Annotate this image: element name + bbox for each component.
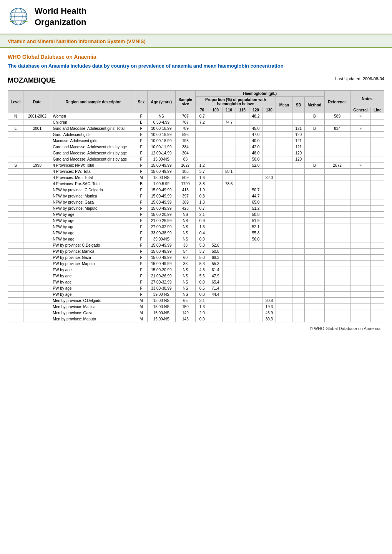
cell bbox=[350, 255, 371, 261]
cell bbox=[304, 150, 324, 156]
cell bbox=[276, 224, 292, 230]
cell bbox=[249, 255, 262, 261]
cell: 15.00-20.99 bbox=[147, 212, 175, 218]
cell bbox=[262, 261, 276, 267]
table-row: NPW by province: C.DelgadoF15.00-49.9941… bbox=[8, 187, 384, 193]
cell: 10.00-18.99 bbox=[147, 126, 175, 132]
cell: 15.00-49.99 bbox=[147, 249, 175, 255]
cell: F bbox=[135, 138, 147, 144]
cell: M bbox=[135, 304, 147, 310]
table-row: Men by province: C.DelgadoM15.00-NS653.1… bbox=[8, 298, 384, 304]
cell: 15.00-NS bbox=[147, 175, 175, 181]
cell bbox=[249, 242, 262, 249]
cell bbox=[23, 187, 51, 193]
cell bbox=[236, 304, 249, 310]
country-header: MOZAMBIQUE Last Updated: 2006-08-04 bbox=[8, 76, 384, 85]
cell: 48.0 bbox=[249, 150, 262, 156]
cell bbox=[249, 181, 262, 187]
cell: 33.00-38.99 bbox=[147, 230, 175, 236]
cell: Children bbox=[51, 119, 135, 126]
cell bbox=[292, 279, 304, 285]
cell: 10.00-11.99 bbox=[147, 144, 175, 150]
cell bbox=[209, 169, 222, 175]
cell: 27.00-32.99 bbox=[147, 279, 175, 285]
cell bbox=[324, 267, 350, 273]
cell: 145 bbox=[175, 316, 195, 322]
cell bbox=[350, 193, 371, 199]
cell bbox=[324, 249, 350, 255]
cell bbox=[276, 218, 292, 224]
cell bbox=[324, 119, 350, 126]
cell bbox=[324, 175, 350, 181]
cell bbox=[304, 298, 324, 304]
cell bbox=[222, 212, 236, 218]
cell bbox=[209, 236, 222, 242]
cell bbox=[8, 181, 23, 187]
cell bbox=[262, 150, 276, 156]
cell bbox=[8, 119, 23, 126]
cell: 74.7 bbox=[222, 119, 236, 126]
cell bbox=[292, 255, 304, 261]
cell bbox=[249, 273, 262, 279]
cell bbox=[209, 119, 222, 126]
cell bbox=[371, 156, 384, 163]
cell: 15.00-49.99 bbox=[147, 255, 175, 261]
cell bbox=[276, 267, 292, 273]
table-row: Men by province: GazaM15.00-NS1492.046.9 bbox=[8, 310, 384, 316]
cell bbox=[209, 304, 222, 310]
cell bbox=[350, 150, 371, 156]
cell bbox=[249, 261, 262, 267]
cell: NS bbox=[175, 236, 195, 242]
cell bbox=[324, 218, 350, 224]
cell bbox=[304, 193, 324, 199]
cell: NS bbox=[175, 273, 195, 279]
cell bbox=[222, 292, 236, 298]
cell: F bbox=[135, 206, 147, 212]
cell: S bbox=[8, 163, 23, 169]
cell bbox=[350, 132, 371, 138]
cell bbox=[236, 261, 249, 267]
cell bbox=[23, 212, 51, 218]
cell bbox=[23, 279, 51, 285]
table-row: N2001-2002WomenFNS7070.748.2B589» bbox=[8, 113, 384, 119]
cell bbox=[371, 175, 384, 181]
cell bbox=[209, 199, 222, 206]
cell: 3.7 bbox=[195, 249, 209, 255]
cell bbox=[350, 304, 371, 310]
cell bbox=[209, 144, 222, 150]
cell bbox=[222, 144, 236, 150]
cell: 428 bbox=[175, 206, 195, 212]
cell bbox=[249, 285, 262, 292]
cell bbox=[276, 175, 292, 181]
cell bbox=[249, 169, 262, 175]
cell bbox=[222, 236, 236, 242]
cell bbox=[222, 187, 236, 193]
cell: 60 bbox=[175, 255, 195, 261]
cell: 48.2 bbox=[249, 113, 262, 119]
cell bbox=[350, 187, 371, 193]
cell bbox=[350, 156, 371, 163]
cell: 149 bbox=[175, 310, 195, 316]
cell bbox=[350, 285, 371, 292]
cell bbox=[195, 156, 209, 163]
cell bbox=[371, 242, 384, 249]
cell: 0.7 bbox=[195, 113, 209, 119]
cell bbox=[371, 199, 384, 206]
cell bbox=[304, 199, 324, 206]
cell: NS bbox=[175, 218, 195, 224]
cell bbox=[324, 199, 350, 206]
cell bbox=[292, 316, 304, 322]
cell bbox=[8, 273, 23, 279]
cell bbox=[371, 279, 384, 285]
cell: 15.00-NS bbox=[147, 304, 175, 310]
cell: PW by province: C.Delgado bbox=[51, 242, 135, 249]
cell: F bbox=[135, 199, 147, 206]
cell bbox=[8, 218, 23, 224]
cell bbox=[292, 292, 304, 298]
cell: 32.0 bbox=[262, 175, 276, 181]
cell: F bbox=[135, 132, 147, 138]
cell: 3.7 bbox=[195, 169, 209, 175]
cell bbox=[249, 292, 262, 298]
cell: Men by province: Gaza bbox=[51, 310, 135, 316]
cell bbox=[222, 304, 236, 310]
